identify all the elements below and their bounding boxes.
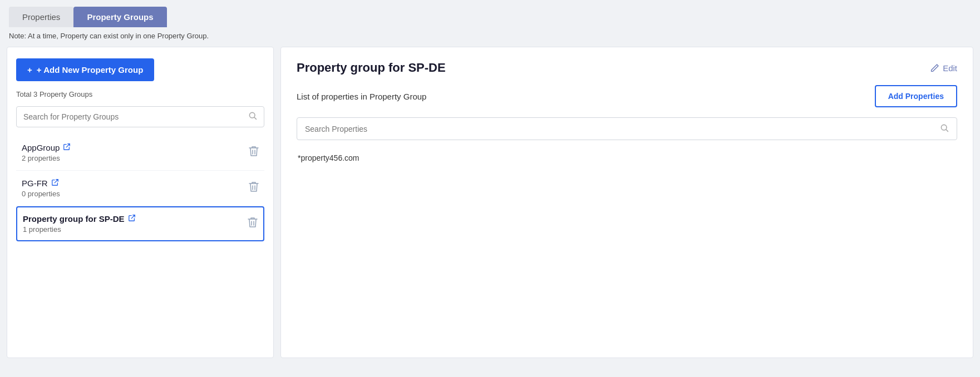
group-item-pg-fr-name: PG-FR <box>22 178 48 188</box>
search-property-groups-input[interactable] <box>23 112 244 121</box>
group-item-sp-de-name: Property group for SP-DE <box>23 214 125 224</box>
tabs-bar: Properties Property Groups <box>0 0 980 27</box>
plus-icon: + <box>27 65 32 75</box>
left-panel: + + Add New Property Group Total 3 Prope… <box>7 47 274 358</box>
tab-property-groups[interactable]: Property Groups <box>73 7 166 27</box>
group-item-pg-fr-name-row: PG-FR <box>22 178 60 188</box>
pg-fr-delete-icon[interactable] <box>249 181 259 195</box>
note-text: Note: At a time, Property can exist only… <box>9 32 209 40</box>
svg-line-2 <box>67 144 70 147</box>
group-item-sp-de-info: Property group for SP-DE 1 properties <box>23 214 136 234</box>
group-item-pg-fr-count: 0 properties <box>22 190 60 198</box>
appgroup-ext-link-icon[interactable] <box>63 143 71 152</box>
property-item: *property456.com <box>297 150 957 166</box>
group-item-sp-de-count: 1 properties <box>23 225 136 234</box>
right-header: Property group for SP-DE Edit <box>297 61 957 75</box>
search-icon <box>248 111 257 122</box>
group-item-sp-de-name-row: Property group for SP-DE <box>23 214 136 224</box>
svg-line-5 <box>55 180 58 183</box>
search-properties-icon <box>940 123 949 134</box>
search-property-groups-box <box>16 106 264 127</box>
group-item-sp-de[interactable]: Property group for SP-DE 1 properties <box>16 206 264 241</box>
group-item-appgroup-name-row: AppGroup <box>22 143 71 152</box>
right-panel: Property group for SP-DE Edit List of pr… <box>280 47 973 358</box>
svg-line-8 <box>131 215 135 219</box>
svg-line-12 <box>946 130 948 132</box>
edit-button[interactable]: Edit <box>930 63 957 73</box>
list-of-properties-label: List of properties in Property Group <box>297 92 426 101</box>
group-item-pg-fr[interactable]: PG-FR 0 properties <box>16 171 264 206</box>
group-item-pg-fr-info: PG-FR 0 properties <box>22 178 60 198</box>
group-list: AppGroup 2 properties <box>16 135 264 241</box>
svg-line-1 <box>254 117 257 120</box>
properties-subheader: List of properties in Property Group Add… <box>297 85 957 107</box>
total-groups-label: Total 3 Property Groups <box>16 90 264 98</box>
tab-properties[interactable]: Properties <box>9 7 73 27</box>
group-item-appgroup[interactable]: AppGroup 2 properties <box>16 135 264 171</box>
appgroup-delete-icon[interactable] <box>249 146 259 160</box>
sp-de-ext-link-icon[interactable] <box>128 214 136 224</box>
add-group-btn-label: + Add New Property Group <box>37 65 144 75</box>
add-new-property-group-button[interactable]: + + Add New Property Group <box>16 58 154 81</box>
group-item-appgroup-name: AppGroup <box>22 143 60 152</box>
sp-de-delete-icon[interactable] <box>248 217 258 231</box>
pg-fr-ext-link-icon[interactable] <box>51 178 59 188</box>
main-layout: + + Add New Property Group Total 3 Prope… <box>7 47 973 358</box>
search-properties-box <box>297 117 957 140</box>
add-properties-button[interactable]: Add Properties <box>875 85 957 107</box>
note-bar: Note: At a time, Property can exist only… <box>0 27 980 47</box>
edit-label: Edit <box>943 63 957 73</box>
right-panel-title: Property group for SP-DE <box>297 61 446 75</box>
search-properties-input[interactable] <box>305 125 935 133</box>
group-item-appgroup-info: AppGroup 2 properties <box>22 143 71 162</box>
group-item-appgroup-count: 2 properties <box>22 154 71 162</box>
